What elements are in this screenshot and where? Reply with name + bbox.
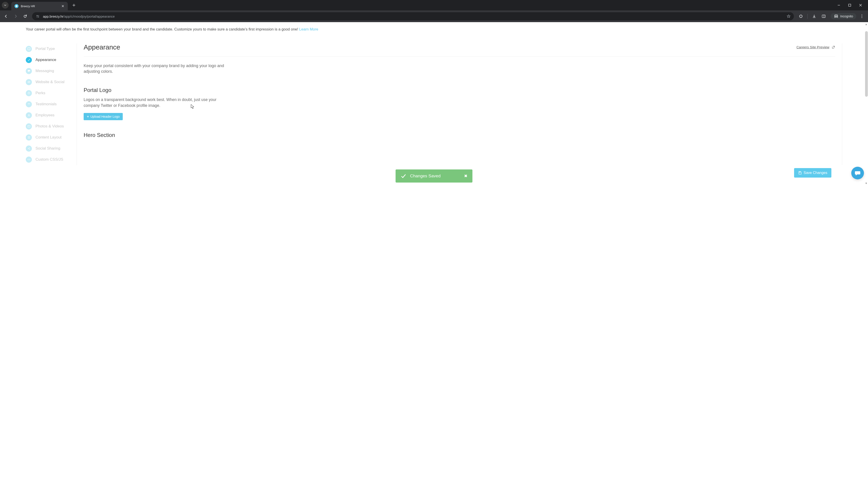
close-icon: [859, 4, 862, 7]
toast-message: Changes Saved: [410, 173, 440, 178]
code-icon: [26, 157, 32, 163]
new-tab-button[interactable]: [70, 2, 77, 8]
tab-strip: Breezy HR: [0, 0, 868, 10]
favicon-icon: [14, 4, 19, 8]
close-window-button[interactable]: [857, 2, 864, 8]
bookmark-button[interactable]: [786, 14, 791, 18]
plus-icon: [87, 116, 89, 118]
sidebar-item-portal-type[interactable]: Portal Type: [26, 43, 74, 55]
sidebar-item-social-sharing[interactable]: Social Sharing: [26, 143, 74, 154]
external-link-icon: [832, 45, 835, 49]
reload-icon: [23, 14, 27, 18]
close-icon: [61, 5, 64, 7]
tab-close-button[interactable]: [61, 4, 65, 8]
more-vert-icon: [860, 14, 864, 18]
sidebar-item-employees[interactable]: Employees: [26, 110, 74, 121]
extensions-button[interactable]: [797, 12, 805, 20]
sidebar-item-label: Appearance: [35, 58, 56, 62]
maximize-button[interactable]: [846, 2, 853, 8]
check-icon: [401, 173, 406, 179]
appearance-description: Keep your portal consistent with your co…: [84, 63, 237, 74]
arrow-right-icon: [13, 14, 18, 18]
svg-point-4: [862, 15, 862, 15]
star-icon: [786, 14, 791, 18]
incognito-badge[interactable]: Incognito: [831, 13, 856, 20]
forward-button[interactable]: [12, 12, 20, 20]
svg-point-8: [28, 92, 30, 94]
learn-more-link[interactable]: Learn More: [299, 27, 318, 31]
scrollbar-thumb[interactable]: [865, 31, 868, 97]
image-icon: [26, 123, 32, 129]
sidebar-item-label: Custom CSS/JS: [35, 157, 63, 162]
plus-icon: [72, 4, 75, 7]
upload-header-logo-button[interactable]: Upload Header Logo: [84, 113, 123, 120]
svg-rect-7: [28, 48, 30, 50]
sidebar-item-label: Messaging: [35, 69, 54, 73]
people-icon: [26, 112, 32, 119]
browser-tab[interactable]: Breezy HR: [11, 2, 68, 10]
download-icon: [812, 14, 816, 18]
minimize-button[interactable]: [835, 2, 842, 8]
tab-search-dropdown[interactable]: [2, 2, 8, 8]
portal-type-icon: [26, 46, 32, 52]
layout-icon: [26, 134, 32, 140]
page-title: Appearance: [84, 43, 120, 51]
sidebar-item-label: Social Sharing: [35, 146, 60, 151]
portal-logo-heading: Portal Logo: [84, 87, 835, 93]
window-controls: [835, 2, 868, 8]
save-icon: [798, 171, 802, 175]
url-text: app.breezy.hr/app/c/moodjoy/portal/appea…: [43, 14, 784, 18]
svg-point-9: [29, 114, 29, 115]
svg-point-5: [862, 16, 862, 17]
downloads-button[interactable]: [810, 12, 818, 20]
sidebar-item-label: Website & Social: [35, 80, 64, 84]
save-button-label: Save Changes: [804, 171, 827, 175]
sidebar-item-testimonials[interactable]: Testimonials: [26, 99, 74, 110]
sidebar-item-label: Photos & Videos: [35, 124, 64, 129]
sidebar-item-label: Portal Type: [35, 46, 55, 51]
intro-body: Your career portal will often be the fir…: [26, 27, 299, 31]
sidebar-item-website-social[interactable]: Website & Social: [26, 76, 74, 88]
tab-title: Breezy HR: [21, 4, 59, 8]
back-button[interactable]: [2, 12, 10, 20]
scrollbar-up-arrow[interactable]: ▲: [865, 23, 868, 26]
portal-logo-description: Logos on a transparent background work b…: [84, 97, 233, 108]
tune-icon: [36, 14, 39, 18]
site-info-button[interactable]: [35, 14, 40, 19]
side-panel-button[interactable]: [820, 12, 828, 20]
svg-point-11: [28, 126, 29, 126]
sidebar-item-label: Perks: [35, 91, 45, 95]
puzzle-icon: [799, 14, 803, 18]
sidebar-item-messaging[interactable]: Messaging: [26, 66, 74, 76]
save-changes-button[interactable]: Save Changes: [794, 168, 831, 177]
appearance-icon: [26, 57, 32, 63]
mouse-cursor-icon: [191, 104, 194, 109]
address-bar[interactable]: app.breezy.hr/app/c/moodjoy/portal/appea…: [32, 12, 794, 20]
chat-fab-button[interactable]: [851, 167, 864, 180]
sidebar-item-custom-css-js[interactable]: Custom CSS/JS: [26, 154, 74, 165]
scrollbar-down-arrow[interactable]: ▼: [865, 182, 868, 185]
sidebar-item-photos-videos[interactable]: Photos & Videos: [26, 121, 74, 132]
sidebar-item-content-layout[interactable]: Content Layout: [26, 132, 74, 143]
toolbar-separator: [807, 14, 808, 19]
svg-point-6: [862, 18, 862, 18]
svg-rect-0: [848, 4, 851, 6]
svg-point-1: [37, 15, 37, 16]
toast-close-button[interactable]: ✖: [464, 173, 467, 178]
chevron-down-icon: [4, 4, 6, 6]
perks-icon: [26, 90, 32, 96]
browser-menu-button[interactable]: [858, 12, 866, 20]
maximize-icon: [848, 4, 851, 6]
share-icon: [26, 145, 32, 152]
sidebar-item-perks[interactable]: Perks: [26, 88, 74, 99]
browser-chrome: Breezy HR app.breezy.hr/app/c/moodjoy/po…: [0, 0, 868, 22]
panel-icon: [822, 14, 826, 18]
chat-icon: [855, 170, 861, 176]
preview-link-label: Careers Site Preview: [796, 45, 829, 49]
reload-button[interactable]: [21, 12, 29, 20]
careers-preview-link[interactable]: Careers Site Preview: [796, 45, 835, 49]
quote-icon: [26, 101, 32, 107]
svg-rect-15: [799, 171, 800, 172]
sidebar-item-appearance[interactable]: Appearance: [26, 55, 74, 66]
incognito-label: Incognito: [840, 14, 853, 18]
